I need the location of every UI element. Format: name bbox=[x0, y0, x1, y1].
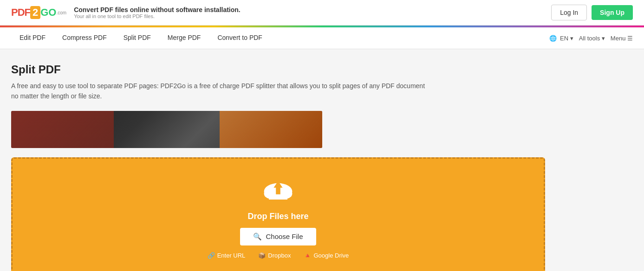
google-drive-label: Google Drive bbox=[313, 252, 349, 259]
banner-image bbox=[11, 111, 322, 148]
header: PDF 2 GO .com Convert PDF files online w… bbox=[0, 0, 644, 26]
nav: Edit PDF Compress PDF Split PDF Merge PD… bbox=[0, 27, 644, 49]
nav-link-merge-pdf[interactable]: Merge PDF bbox=[159, 27, 209, 49]
google-drive-link[interactable]: 🔺 Google Drive bbox=[304, 252, 349, 259]
nav-links: Edit PDF Compress PDF Split PDF Merge PD… bbox=[11, 27, 271, 49]
enter-url-label: Enter URL bbox=[217, 252, 246, 259]
lang-label: EN bbox=[560, 35, 568, 42]
logo-2: 2 bbox=[30, 6, 40, 19]
lang-chevron-icon: ▾ bbox=[570, 35, 573, 42]
menu-icon: ☰ bbox=[627, 35, 633, 42]
logo-go: GO bbox=[40, 6, 56, 19]
dropbox-link[interactable]: 📦 Dropbox bbox=[258, 252, 291, 259]
header-sub-tagline: Your all in one tool to edit PDF files. bbox=[74, 13, 241, 19]
globe-icon: 🌐 bbox=[549, 35, 557, 42]
upload-cloud-icon bbox=[260, 177, 297, 205]
login-button[interactable]: Log In bbox=[551, 5, 587, 20]
logo-pdf: PDF bbox=[11, 6, 30, 19]
nav-link-edit-pdf[interactable]: Edit PDF bbox=[11, 27, 54, 49]
page-title: Split PDF bbox=[11, 63, 592, 76]
google-drive-icon: 🔺 bbox=[304, 252, 311, 259]
dropbox-label: Dropbox bbox=[268, 252, 291, 259]
nav-right: 🌐 EN ▾ All tools ▾ Menu ☰ bbox=[549, 35, 633, 42]
signup-button[interactable]: Sign Up bbox=[592, 5, 633, 20]
header-right: Log In Sign Up bbox=[551, 5, 633, 20]
logo-com: .com bbox=[56, 10, 66, 15]
svg-rect-3 bbox=[269, 194, 287, 200]
all-tools-button[interactable]: All tools ▾ bbox=[579, 35, 605, 42]
logo[interactable]: PDF 2 GO .com bbox=[11, 6, 66, 19]
upload-area[interactable]: Drop Files here 🔍 Choose File 🔗 Enter UR… bbox=[11, 157, 545, 271]
drop-files-text: Drop Files here bbox=[247, 212, 308, 221]
header-left: PDF 2 GO .com Convert PDF files online w… bbox=[11, 6, 241, 19]
page-description: A free and easy to use tool to separate … bbox=[11, 81, 429, 102]
nav-link-compress-pdf[interactable]: Compress PDF bbox=[54, 27, 115, 49]
dropbox-icon: 📦 bbox=[258, 252, 266, 259]
nav-link-split-pdf[interactable]: Split PDF bbox=[115, 27, 159, 49]
menu-button[interactable]: Menu ☰ bbox=[611, 35, 633, 42]
enter-url-link[interactable]: 🔗 Enter URL bbox=[208, 252, 246, 259]
upload-links: 🔗 Enter URL 📦 Dropbox 🔺 Google Drive bbox=[208, 252, 349, 259]
header-tagline: Convert PDF files online without softwar… bbox=[74, 6, 241, 19]
link-icon: 🔗 bbox=[208, 252, 215, 259]
choose-file-button[interactable]: 🔍 Choose File bbox=[240, 228, 316, 245]
all-tools-chevron-icon: ▾ bbox=[602, 35, 605, 42]
main-content: Split PDF A free and easy to use tool to… bbox=[0, 49, 604, 271]
choose-file-label: Choose File bbox=[266, 232, 303, 240]
header-main-tagline: Convert PDF files online without softwar… bbox=[74, 6, 241, 13]
search-icon: 🔍 bbox=[253, 232, 262, 241]
language-selector[interactable]: 🌐 EN ▾ bbox=[549, 35, 573, 42]
nav-link-convert-to-pdf[interactable]: Convert to PDF bbox=[209, 27, 270, 49]
